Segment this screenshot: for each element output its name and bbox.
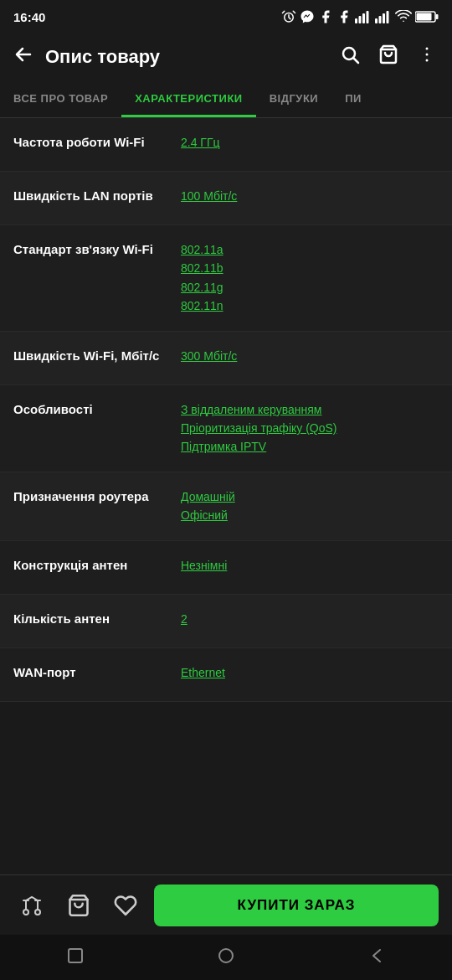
tab-more[interactable]: ПИ: [331, 82, 375, 117]
spec-label: Стандарт зв'язку Wi-Fi: [13, 240, 181, 258]
spec-label: Конструкція антен: [13, 556, 181, 574]
svg-rect-23: [69, 949, 82, 962]
svg-rect-5: [375, 18, 378, 23]
spec-value[interactable]: З віддаленим керуваннямПріоритизація тра…: [181, 400, 439, 456]
svg-rect-10: [436, 14, 439, 19]
spec-value[interactable]: 2.4 ГГц: [181, 133, 439, 152]
spec-row: Кількість антен2: [0, 595, 452, 648]
nav-recent-button[interactable]: [49, 940, 101, 976]
spec-label: WAN-порт: [13, 663, 181, 681]
spec-label: Кількість антен: [13, 610, 181, 627]
facebook-icon: [318, 9, 333, 24]
facebook2-icon: [336, 9, 352, 24]
nav-home-button[interactable]: [200, 940, 252, 976]
search-button[interactable]: [335, 39, 365, 75]
battery-icon: [415, 10, 439, 23]
specs-content: Частота роботи Wi-Fi2.4 ГГцШвидкість LAN…: [0, 118, 452, 702]
svg-point-17: [426, 59, 429, 62]
spec-value[interactable]: 300 Мбіт/с: [181, 347, 439, 365]
signal2-icon: [375, 10, 392, 23]
svg-rect-1: [355, 18, 357, 23]
spec-row: Частота роботи Wi-Fi2.4 ГГц: [0, 118, 452, 172]
wifi-icon: [395, 10, 412, 23]
spec-row: Конструкція антенНезнімні: [0, 541, 452, 595]
compare-button[interactable]: [13, 887, 50, 924]
spec-value[interactable]: ДомашнійОфісний: [181, 487, 439, 525]
spec-row: Швидкість Wi-Fi, Мбіт/с300 Мбіт/с: [0, 332, 452, 385]
svg-rect-2: [359, 16, 362, 23]
svg-rect-6: [379, 16, 382, 23]
messenger-icon: [300, 9, 315, 24]
alarm-icon: [281, 9, 296, 24]
svg-rect-3: [362, 13, 365, 23]
wishlist-button[interactable]: [107, 887, 144, 924]
spec-value[interactable]: Ethernet: [181, 663, 439, 682]
android-nav-bar: [0, 935, 452, 980]
cart-button[interactable]: [373, 39, 403, 75]
signal1-icon: [355, 10, 372, 23]
svg-point-24: [219, 949, 233, 962]
spec-row: Стандарт зв'язку Wi-Fi802.11a802.11b802.…: [0, 225, 452, 332]
status-time: 16:40: [13, 10, 45, 24]
status-bar: 16:40: [0, 0, 452, 32]
tab-specs[interactable]: ХАРАКТЕРИСТИКИ: [121, 82, 256, 117]
spec-value[interactable]: 802.11a802.11b802.11g802.11n: [181, 240, 439, 316]
svg-rect-8: [387, 11, 389, 23]
svg-rect-7: [383, 13, 385, 23]
svg-point-15: [426, 48, 429, 50]
spec-value[interactable]: Незнімні: [181, 556, 439, 575]
spec-label: Особливості: [13, 400, 181, 418]
spec-row: ОсобливостіЗ віддаленим керуваннямПріори…: [0, 385, 452, 472]
spec-value[interactable]: 2: [181, 610, 439, 628]
svg-rect-4: [367, 11, 369, 23]
cart-toolbar-button[interactable]: [60, 887, 97, 924]
spec-row: Призначення роутераДомашнійОфісний: [0, 472, 452, 541]
svg-rect-11: [417, 13, 432, 21]
back-button[interactable]: [10, 41, 37, 73]
tabs-bar: ВСЕ ПРО ТОВАР ХАРАКТЕРИСТИКИ ВІДГУКИ ПИ: [0, 82, 452, 118]
spec-label: Швидкість Wi-Fi, Мбіт/с: [13, 347, 181, 364]
spec-label: Швидкість LAN портів: [13, 187, 181, 204]
svg-line-13: [354, 59, 359, 64]
spec-label: Призначення роутера: [13, 487, 181, 505]
tab-reviews[interactable]: ВІДГУКИ: [256, 82, 332, 117]
spec-row: WAN-портEthernet: [0, 648, 452, 702]
tab-about[interactable]: ВСЕ ПРО ТОВАР: [0, 82, 121, 117]
spec-row: Швидкість LAN портів100 Мбіт/с: [0, 172, 452, 225]
svg-point-16: [426, 54, 429, 56]
buy-now-button[interactable]: КУПИТИ ЗАРАЗ: [154, 885, 439, 926]
bottom-toolbar: КУПИТИ ЗАРАЗ: [0, 874, 452, 935]
spec-value[interactable]: 100 Мбіт/с: [181, 187, 439, 205]
header: Опис товару: [0, 32, 452, 82]
more-button[interactable]: [412, 39, 442, 75]
page-title: Опис товару: [45, 46, 326, 68]
nav-back-button[interactable]: [351, 940, 403, 976]
spec-label: Частота роботи Wi-Fi: [13, 133, 181, 151]
status-icons: [281, 9, 439, 24]
